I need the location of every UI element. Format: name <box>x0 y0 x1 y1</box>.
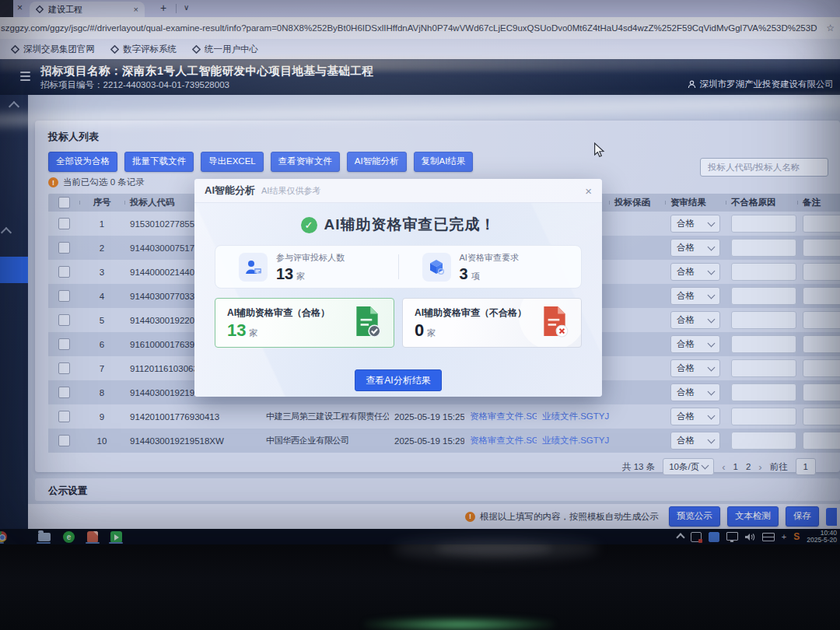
row-checkbox[interactable] <box>58 266 70 278</box>
speaker-icon[interactable] <box>745 533 755 541</box>
result-select[interactable]: 合格 <box>670 383 720 401</box>
result-select[interactable]: 合格 <box>670 432 720 450</box>
view-qualification-files-button[interactable]: 查看资审文件 <box>271 152 340 172</box>
row-checkbox[interactable] <box>58 411 70 422</box>
remark-input[interactable] <box>803 408 840 425</box>
text-check-button[interactable]: 文本检测 <box>727 506 779 527</box>
goto-label: 前往 <box>770 461 788 473</box>
chevron-down-icon <box>708 411 716 419</box>
result-select[interactable]: 合格 <box>670 239 720 257</box>
app-tray-icon[interactable] <box>709 532 719 542</box>
result-select[interactable]: 合格 <box>670 287 720 305</box>
result-select[interactable]: 合格 <box>670 263 720 281</box>
input-method-tray-icon[interactable]: + <box>782 533 786 541</box>
row-checkbox[interactable] <box>58 362 70 374</box>
row-checkbox[interactable] <box>58 338 70 350</box>
chevron-down-icon <box>708 339 716 347</box>
reason-input[interactable] <box>731 383 796 401</box>
cut-off-button-fragment[interactable] <box>826 508 837 526</box>
result-select[interactable]: 合格 <box>670 311 720 329</box>
bookmark-sz-trading[interactable]: 深圳交易集团官网 <box>11 44 95 55</box>
view-ai-result-button[interactable]: 查看AI分析结果 <box>355 369 441 391</box>
row-checkbox[interactable] <box>58 435 70 446</box>
tray-expand-icon[interactable] <box>676 533 684 541</box>
row-checkbox[interactable] <box>58 242 70 254</box>
sidebar-active-item[interactable] <box>0 257 28 283</box>
bookmark-star-icon[interactable]: ☆ <box>826 23 835 33</box>
qualification-file-link[interactable]: 资格审查文件.SGT... <box>464 435 537 446</box>
remark-input[interactable] <box>803 432 840 450</box>
pdf-app-taskbar-icon[interactable] <box>87 529 98 544</box>
ai-analysis-button[interactable]: AI智能分析 <box>347 152 407 172</box>
export-excel-button[interactable]: 导出EXCEL <box>201 152 264 172</box>
sidebar-scroll-icon[interactable] <box>1 227 12 238</box>
copy-ai-result-button[interactable]: 复制AI结果 <box>414 152 474 172</box>
tab-list-menu-icon[interactable]: ∨ <box>184 3 189 12</box>
remark-input[interactable] <box>803 287 840 305</box>
display-tray-icon[interactable] <box>726 532 738 541</box>
remark-input[interactable] <box>803 239 840 257</box>
goto-page-input[interactable] <box>796 458 816 475</box>
page-size-select[interactable]: 10条/页 <box>663 458 714 475</box>
reason-input[interactable] <box>731 311 796 329</box>
reason-input[interactable] <box>731 408 796 425</box>
prev-page-icon[interactable]: ‹ <box>722 461 725 473</box>
new-tab-button[interactable]: + <box>160 2 166 14</box>
chrome-taskbar-icon[interactable] <box>0 529 7 544</box>
reason-input[interactable] <box>731 432 796 450</box>
remark-input[interactable] <box>803 335 840 353</box>
preview-publicity-button[interactable]: 预览公示 <box>669 506 720 527</box>
row-checkbox[interactable] <box>58 387 70 398</box>
qualification-file-link[interactable]: 资格审查文件.SGT... <box>464 411 537 422</box>
select-all-checkbox[interactable] <box>58 197 70 208</box>
save-button[interactable]: 保存 <box>786 506 819 527</box>
sogou-tray-icon[interactable]: S <box>793 532 800 541</box>
remark-input[interactable] <box>803 311 840 329</box>
reason-input[interactable] <box>731 215 796 233</box>
media-app-taskbar-icon[interactable] <box>110 529 122 544</box>
reason-input[interactable] <box>731 359 796 377</box>
screenshot-tray-icon[interactable] <box>691 532 702 542</box>
bookmark-user-center[interactable]: 统一用户中心 <box>192 44 258 55</box>
user-company[interactable]: 深圳市罗湖产业投资建设有限公司 <box>688 79 835 90</box>
result-select[interactable]: 合格 <box>670 335 720 353</box>
tab-close-icon[interactable]: × <box>134 5 138 14</box>
set-all-qualified-button[interactable]: 全部设为合格 <box>48 152 117 172</box>
result-select[interactable]: 合格 <box>670 408 720 425</box>
col-remark: 备注 <box>797 197 840 208</box>
result-select[interactable]: 合格 <box>670 215 720 233</box>
remark-input[interactable] <box>803 263 840 281</box>
performance-file-link[interactable]: 业绩文件.SGTYJ <box>537 435 609 446</box>
url-text[interactable]: szggzy.com/ggzy/jsgc/#/driverlayout/qual… <box>1 23 821 33</box>
collapse-menu-icon[interactable] <box>20 72 30 83</box>
row-checkbox[interactable] <box>58 290 70 302</box>
result-select[interactable]: 合格 <box>670 359 720 377</box>
background-close-icon[interactable]: × <box>17 2 23 13</box>
taskbar-clock[interactable]: 10:40 2025-5-20 <box>807 530 837 544</box>
url-bar[interactable]: szggzy.com/ggzy/jsgc/#/driverlayout/qual… <box>0 17 840 39</box>
reason-input[interactable] <box>731 335 796 353</box>
row-checkbox[interactable] <box>58 314 70 326</box>
file-explorer-taskbar-icon[interactable] <box>19 529 51 544</box>
bookmark-digital-eval[interactable]: 数字评标系统 <box>110 44 177 55</box>
browser-tab[interactable]: 建设工程 × <box>30 2 145 17</box>
page-number-2[interactable]: 2 <box>746 462 751 471</box>
keyboard-tray-icon[interactable] <box>762 533 775 541</box>
reason-input[interactable] <box>731 263 796 281</box>
bidder-search-input[interactable] <box>700 158 828 177</box>
page-number-1[interactable]: 1 <box>733 462 738 471</box>
remark-input[interactable] <box>803 215 840 233</box>
next-page-icon[interactable]: › <box>758 461 761 473</box>
close-icon[interactable]: × <box>585 184 592 198</box>
browser-e-taskbar-icon[interactable]: e <box>63 529 75 544</box>
reason-input[interactable] <box>731 239 796 257</box>
remark-input[interactable] <box>803 383 840 401</box>
photo-reflection <box>436 541 552 555</box>
generation-note: ! 根据以上填写的内容，按照模板自动生成公示 <box>465 511 659 523</box>
reason-input[interactable] <box>731 287 796 305</box>
row-checkbox[interactable] <box>58 218 70 229</box>
sidebar-collapse-icon[interactable] <box>9 101 19 112</box>
performance-file-link[interactable]: 业绩文件.SGTYJ <box>537 411 609 422</box>
remark-input[interactable] <box>803 359 840 377</box>
batch-download-button[interactable]: 批量下载文件 <box>124 152 194 172</box>
